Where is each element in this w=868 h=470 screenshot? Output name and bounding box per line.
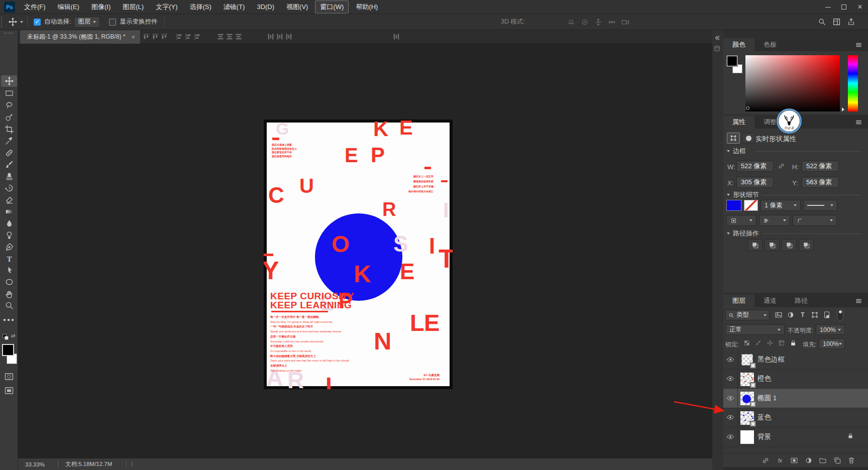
- align-vertical-centers-icon[interactable]: [151, 32, 159, 41]
- healing-tool[interactable]: [1, 147, 17, 159]
- more-tools-button[interactable]: ●●●: [1, 314, 17, 325]
- menu-item-3[interactable]: 图像(I): [86, 1, 116, 14]
- stroke-corners-dropdown[interactable]: [793, 215, 837, 226]
- layer-row-背景[interactable]: 背景: [723, 427, 868, 447]
- layer-row-橙色[interactable]: 橙色: [723, 370, 868, 389]
- stamp-tool[interactable]: [1, 171, 17, 182]
- opacity-dropdown[interactable]: 100%: [816, 324, 845, 335]
- path-op-button-3[interactable]: [782, 239, 797, 251]
- menu-item-11[interactable]: 帮助(H): [351, 1, 383, 14]
- shape-tool[interactable]: [1, 276, 17, 288]
- image-filter-icon[interactable]: [775, 311, 783, 319]
- move-tool-icon[interactable]: [8, 17, 18, 27]
- y-field[interactable]: 563 像素: [802, 177, 839, 188]
- distribute-bottom-icon[interactable]: [234, 32, 243, 41]
- shape-fill-swatch[interactable]: [726, 200, 741, 211]
- layer-name[interactable]: 背景: [757, 432, 771, 441]
- lasso-tool[interactable]: [1, 99, 17, 111]
- status-expand-chevron[interactable]: 〉: [131, 460, 137, 468]
- quick-mask-button[interactable]: [1, 371, 17, 382]
- align-right-edges-icon[interactable]: [193, 32, 201, 41]
- lock-artboard-icon[interactable]: [778, 339, 785, 346]
- tab-channels[interactable]: 通道: [754, 294, 786, 307]
- shape-details-header[interactable]: 形状细节: [727, 190, 759, 199]
- align-horizontal-centers-icon[interactable]: [184, 32, 192, 41]
- trash-icon[interactable]: [847, 456, 855, 464]
- blur-tool[interactable]: [1, 218, 17, 229]
- type-filter-icon[interactable]: T: [799, 311, 807, 319]
- eraser-tool[interactable]: [1, 194, 17, 206]
- pen-tool[interactable]: [1, 241, 17, 253]
- layer-name[interactable]: 蓝色: [757, 413, 771, 422]
- distribute-spacing-icon[interactable]: [392, 32, 400, 41]
- layer-visibility-toggle[interactable]: [723, 350, 738, 369]
- properties-panel-menu-icon[interactable]: [855, 119, 862, 126]
- link-icon[interactable]: [762, 456, 770, 464]
- menu-item-2[interactable]: 编辑(E): [53, 1, 84, 14]
- bounds-section-header[interactable]: 边框: [727, 147, 746, 156]
- expand-panels-button[interactable]: [713, 34, 721, 42]
- document-tab[interactable]: 未标题-1 @ 33.3% (椭圆 1, RGB/8) * ×: [20, 30, 140, 44]
- maximize-button[interactable]: [836, 0, 852, 14]
- zoom-tool-tool[interactable]: [1, 300, 17, 311]
- layer-thumbnail[interactable]: [740, 392, 754, 405]
- align-left-edges-icon[interactable]: [175, 32, 183, 41]
- live-shape-button[interactable]: [727, 133, 740, 144]
- brush-tool[interactable]: [1, 159, 17, 170]
- lock-transparency-icon[interactable]: [743, 339, 750, 346]
- smartobject-filter-icon[interactable]: [823, 311, 831, 319]
- adjustment-icon[interactable]: [805, 456, 813, 464]
- lock-all-icon[interactable]: [790, 339, 797, 346]
- path-op-button-4[interactable]: [799, 239, 814, 251]
- menu-item-6[interactable]: 选择(S): [184, 1, 216, 14]
- layer-thumbnail[interactable]: [740, 430, 754, 444]
- hue-slider-marker[interactable]: [842, 107, 844, 111]
- x-field[interactable]: 305 像素: [736, 177, 774, 188]
- minimize-button[interactable]: [820, 0, 836, 14]
- 3d-orbit-icon[interactable]: [567, 18, 576, 27]
- 3d-slide-icon[interactable]: [607, 18, 616, 27]
- hand-tool[interactable]: [1, 288, 17, 300]
- share-icon[interactable]: [847, 18, 855, 26]
- screen-mode-button[interactable]: [1, 385, 17, 396]
- distribute-hcenter-icon[interactable]: [275, 32, 284, 41]
- foreground-color-swatch[interactable]: [2, 344, 14, 356]
- align-bottom-edges-icon[interactable]: [160, 32, 168, 41]
- move-tool[interactable]: [1, 75, 17, 87]
- history-brush-tool[interactable]: [1, 182, 17, 194]
- menu-item-7[interactable]: 滤镜(T): [219, 1, 250, 14]
- path-select-tool[interactable]: [1, 265, 17, 276]
- menu-item-4[interactable]: 图层(L): [118, 1, 149, 14]
- stroke-align-dropdown[interactable]: [726, 215, 756, 226]
- poster-canvas[interactable]: GKEEPCURIOSITKEYEPLENARI我在水星城上残骸阳光照射着我没有…: [264, 120, 453, 389]
- link-dimensions-icon[interactable]: [778, 162, 785, 170]
- lock-position-icon[interactable]: [767, 339, 774, 346]
- layer-thumbnail[interactable]: [740, 353, 754, 367]
- layer-visibility-toggle[interactable]: [723, 370, 738, 389]
- layers-panel-menu-icon[interactable]: [855, 297, 862, 305]
- collapsed-panel-button[interactable]: [714, 45, 720, 52]
- gradient-tool[interactable]: [1, 206, 17, 217]
- fx-icon[interactable]: fx: [776, 456, 784, 464]
- width-field[interactable]: 522 像素: [736, 161, 774, 172]
- layer-filter-dropdown[interactable]: 类型: [725, 310, 770, 320]
- marquee-tool[interactable]: [1, 87, 17, 99]
- stroke-width-dropdown[interactable]: 1 像素: [761, 200, 801, 211]
- layer-thumbnail[interactable]: [740, 411, 754, 425]
- stroke-style-dropdown[interactable]: [803, 200, 837, 211]
- auto-select-checkbox[interactable]: ✓: [34, 19, 41, 26]
- mask-icon[interactable]: [790, 456, 798, 464]
- search-icon[interactable]: [818, 18, 826, 26]
- distribute-vcenter-icon[interactable]: [225, 32, 234, 41]
- align-top-edges-icon[interactable]: [142, 32, 150, 41]
- path-op-button-1[interactable]: [747, 239, 763, 251]
- color-panel-menu-icon[interactable]: [855, 41, 862, 49]
- quick-select-tool[interactable]: [1, 111, 17, 123]
- 3d-camera-icon[interactable]: [621, 18, 630, 27]
- distribute-top-icon[interactable]: [216, 32, 225, 41]
- color-picker-field[interactable]: [745, 55, 840, 111]
- distribute-right-icon[interactable]: [284, 32, 293, 41]
- menu-item-5[interactable]: 文字(Y): [151, 1, 182, 14]
- shape-stroke-swatch[interactable]: [744, 200, 758, 211]
- tab-layers[interactable]: 图层: [723, 294, 754, 307]
